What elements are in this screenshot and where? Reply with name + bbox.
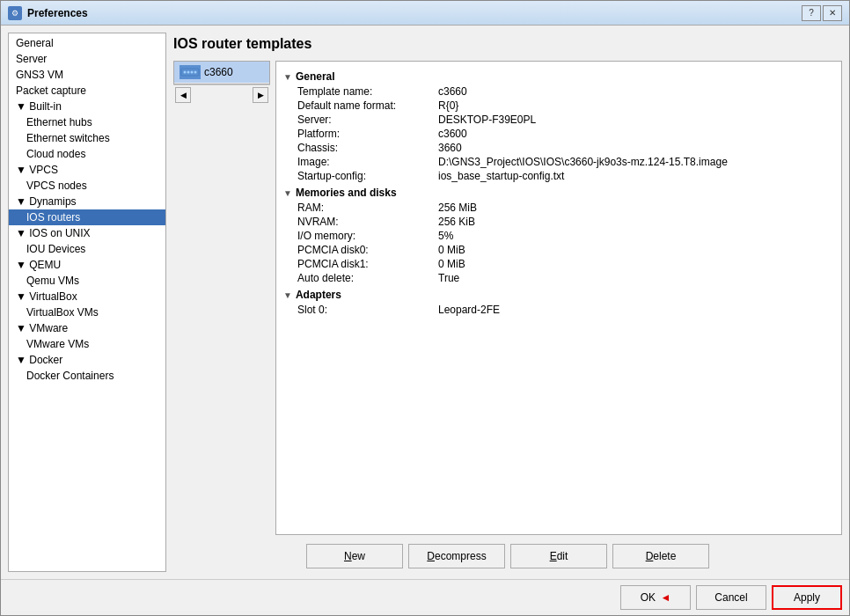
section-title: Memories and disks <box>296 187 397 199</box>
section-title: General <box>296 70 335 83</box>
section-arrow: ▼ <box>283 72 292 82</box>
detail-row: NVRAM:256 KiB <box>283 215 834 229</box>
detail-value: c3600 <box>438 128 467 140</box>
detail-label: PCMCIA disk0: <box>297 244 438 256</box>
svg-point-1 <box>184 71 187 74</box>
detail-label: Default name format: <box>297 99 438 112</box>
ok-button[interactable]: OK ◄ <box>620 585 691 610</box>
detail-row: Startup-config:ios_base_startup-config.t… <box>283 169 834 183</box>
template-list: c3660 <box>173 61 270 84</box>
detail-value: 3660 <box>438 142 462 154</box>
btn-label-underline: D <box>646 550 654 562</box>
detail-label: Chassis: <box>297 142 438 154</box>
title-bar-buttons: ? ✕ <box>802 5 842 21</box>
preferences-window: ⚙ Preferences ? ✕ GeneralServerGNS3 VMPa… <box>0 0 850 616</box>
sidebar-item-cloud-nodes[interactable]: Cloud nodes <box>9 146 165 162</box>
detail-row: Slot 0:Leopard-2FE <box>283 303 834 317</box>
detail-label: Server: <box>297 114 438 126</box>
detail-value: 256 MiB <box>438 202 477 214</box>
close-button[interactable]: ✕ <box>823 5 842 21</box>
detail-label: Image: <box>297 156 438 168</box>
sidebar-item-packet-capture[interactable]: Packet capture <box>9 83 165 99</box>
detail-row: Chassis:3660 <box>283 141 834 155</box>
sidebar-item-built-in[interactable]: ▼ Built-in <box>9 99 165 114</box>
sidebar-item-virtualbox-vms[interactable]: VirtualBox VMs <box>9 304 165 320</box>
sidebar-item-general[interactable]: General <box>9 35 165 51</box>
detail-label: Startup-config: <box>297 170 438 182</box>
sidebar-item-vpcs[interactable]: ▼ VPCS <box>9 162 165 178</box>
btn-label-underline: D <box>427 550 435 562</box>
sidebar-item-ios-routers[interactable]: IOS routers <box>9 209 165 225</box>
detail-label: PCMCIA disk1: <box>297 258 438 270</box>
decompress-btn[interactable]: Decompress <box>408 544 505 568</box>
content-area: GeneralServerGNS3 VMPacket capture▼ Buil… <box>1 26 849 579</box>
action-buttons: NewDecompressEditDelete <box>173 540 842 572</box>
sidebar-item-vmware-vms[interactable]: VMware VMs <box>9 336 165 352</box>
detail-label: Slot 0: <box>297 304 438 316</box>
detail-label: RAM: <box>297 202 438 214</box>
sidebar-item-dynamips[interactable]: ▼ Dynamips <box>9 194 165 209</box>
sidebar-item-ethernet-switches[interactable]: Ethernet switches <box>9 130 165 146</box>
detail-label: NVRAM: <box>297 216 438 228</box>
edit-btn[interactable]: Edit <box>510 544 607 568</box>
apply-button[interactable]: Apply <box>772 585 842 610</box>
btn-label-underline: E <box>550 550 557 562</box>
detail-value: 0 MiB <box>438 244 465 256</box>
sidebar-item-server[interactable]: Server <box>9 51 165 67</box>
detail-value: 5% <box>438 230 453 242</box>
delete-btn[interactable]: Delete <box>612 544 709 568</box>
cancel-button[interactable]: Cancel <box>696 585 766 610</box>
detail-row: Image:D:\GNS3_Project\IOS\IOS\c3660-jk9o… <box>283 155 834 169</box>
window-icon: ⚙ <box>8 6 22 20</box>
detail-value: 256 KiB <box>438 216 475 228</box>
template-name: c3660 <box>204 66 233 78</box>
new-btn[interactable]: New <box>306 544 403 568</box>
sidebar-item-docker[interactable]: ▼ Docker <box>9 352 165 368</box>
list-nav: ◀ ▶ <box>173 84 270 105</box>
section-arrow: ▼ <box>283 290 292 300</box>
window-title: Preferences <box>27 7 802 19</box>
section-header-general[interactable]: ▼General <box>283 70 834 83</box>
panel-title: IOS router templates <box>173 33 842 55</box>
detail-row: Default name format:R{0} <box>283 99 834 113</box>
detail-value: DESKTOP-F39E0PL <box>438 114 536 126</box>
section-header-memories-and-disks[interactable]: ▼Memories and disks <box>283 187 834 199</box>
detail-value: R{0} <box>438 99 458 112</box>
detail-label: Platform: <box>297 128 438 140</box>
detail-value: True <box>438 272 459 284</box>
bottom-bar: OK ◄ Cancel Apply <box>1 579 849 615</box>
detail-row: RAM:256 MiB <box>283 201 834 215</box>
detail-row: Template name:c3660 <box>283 84 834 99</box>
list-next-button[interactable]: ▶ <box>253 87 268 103</box>
sidebar-item-docker-containers[interactable]: Docker Containers <box>9 368 165 384</box>
detail-label: I/O memory: <box>297 230 438 242</box>
list-prev-button[interactable]: ◀ <box>175 87 191 103</box>
detail-value: ios_base_startup-config.txt <box>438 170 564 182</box>
help-button[interactable]: ? <box>802 5 821 21</box>
sidebar-item-vpcs-nodes[interactable]: VPCS nodes <box>9 178 165 194</box>
sidebar-item-ethernet-hubs[interactable]: Ethernet hubs <box>9 114 165 130</box>
sidebar-item-qemu-vms[interactable]: Qemu VMs <box>9 273 165 289</box>
template-item-c3660[interactable]: c3660 <box>174 62 269 84</box>
detail-value: D:\GNS3_Project\IOS\IOS\c3660-jk9o3s-mz.… <box>438 156 728 168</box>
sidebar-item-qemu[interactable]: ▼ QEMU <box>9 257 165 273</box>
btn-label-underline: N <box>344 550 352 562</box>
main-panel: IOS router templates c3660 ◀ ▶ ▼GeneralT… <box>173 33 842 572</box>
sidebar-item-virtualbox[interactable]: ▼ VirtualBox <box>9 289 165 304</box>
section-header-adapters[interactable]: ▼Adapters <box>283 289 834 301</box>
detail-label: Template name: <box>297 85 438 98</box>
sidebar-item-gns3vm[interactable]: GNS3 VM <box>9 67 165 83</box>
title-bar: ⚙ Preferences ? ✕ <box>1 1 849 26</box>
svg-point-4 <box>194 71 197 74</box>
detail-value: c3660 <box>438 85 467 98</box>
sidebar-item-ios-on-unix[interactable]: ▼ IOS on UNIX <box>9 225 165 241</box>
detail-row: Auto delete:True <box>283 271 834 285</box>
sidebar-item-iou-devices[interactable]: IOU Devices <box>9 241 165 257</box>
detail-row: Platform:c3600 <box>283 127 834 141</box>
detail-panel: ▼GeneralTemplate name:c3660Default name … <box>275 61 842 535</box>
detail-value: 0 MiB <box>438 258 465 270</box>
sidebar-item-vmware[interactable]: ▼ VMware <box>9 320 165 336</box>
detail-row: Server:DESKTOP-F39E0PL <box>283 113 834 127</box>
sidebar: GeneralServerGNS3 VMPacket capture▼ Buil… <box>8 33 166 572</box>
svg-point-3 <box>191 71 194 74</box>
